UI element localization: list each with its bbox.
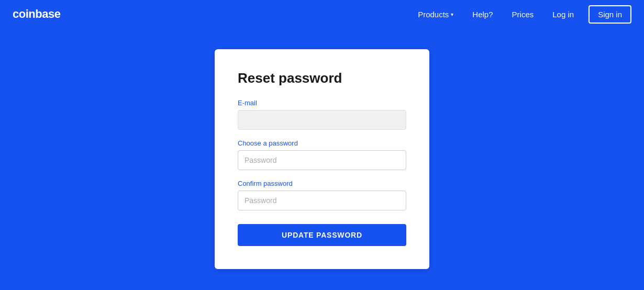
nav-help[interactable]: Help?	[465, 6, 500, 23]
confirm-password-label: Confirm password	[238, 180, 406, 187]
email-input	[238, 110, 406, 130]
chevron-down-icon: ▾	[451, 12, 453, 17]
password-label: Choose a password	[238, 139, 406, 147]
nav-login[interactable]: Log in	[545, 6, 581, 23]
main-content: Reset password E-mail Choose a password …	[0, 28, 644, 290]
nav-links: Products ▾ Help? Prices Log in Sign in	[410, 5, 631, 24]
nav-products[interactable]: Products ▾	[410, 6, 461, 23]
brand-logo[interactable]: coinbase	[13, 7, 60, 21]
nav-prices[interactable]: Prices	[505, 6, 541, 23]
navbar: coinbase Products ▾ Help? Prices Log in …	[0, 0, 644, 28]
nav-signin[interactable]: Sign in	[589, 5, 631, 24]
update-password-button[interactable]: UPDATE PASSWORD	[238, 224, 406, 246]
email-group: E-mail	[238, 99, 406, 130]
reset-password-card: Reset password E-mail Choose a password …	[215, 49, 429, 269]
email-label: E-mail	[238, 99, 406, 107]
form-title: Reset password	[238, 70, 406, 86]
nav-products-label: Products	[418, 10, 449, 19]
password-input[interactable]	[238, 150, 406, 170]
confirm-password-input[interactable]	[238, 191, 406, 210]
password-group: Choose a password	[238, 139, 406, 170]
confirm-password-group: Confirm password	[238, 180, 406, 210]
